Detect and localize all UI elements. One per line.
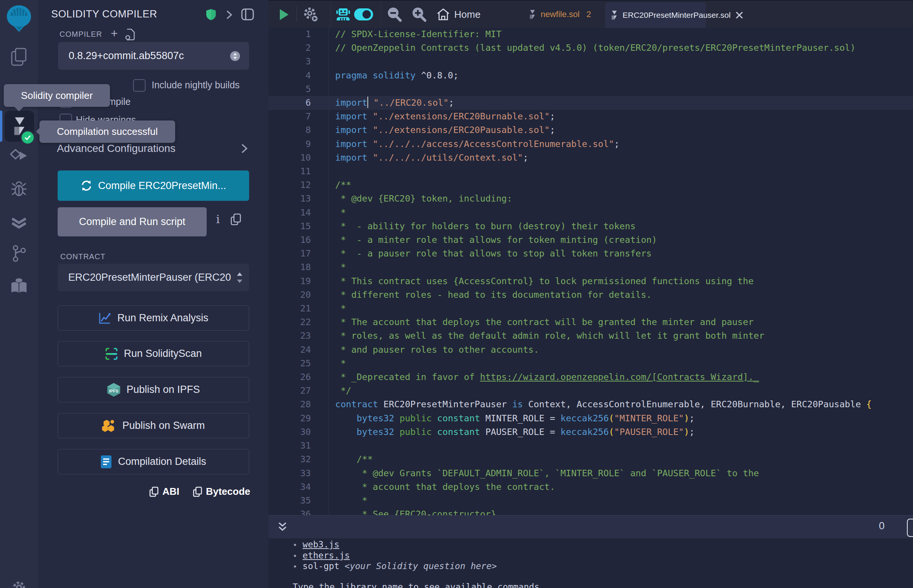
zoom-out-icon[interactable] (387, 1, 403, 28)
expand-chevron-icon[interactable] (241, 143, 248, 154)
line-number-19[interactable]: 19 (269, 274, 311, 288)
remix-logo[interactable] (0, 5, 38, 32)
file-badge-icon[interactable] (125, 28, 136, 41)
copy-icon[interactable] (230, 213, 241, 225)
chevron-right-icon[interactable] (226, 10, 233, 20)
publish-on-swarm-button[interactable]: Publish on Swarm (58, 413, 249, 438)
line-number-25[interactable]: 25 (269, 357, 311, 370)
bullet: • (293, 540, 297, 549)
zoom-in-icon[interactable] (411, 1, 428, 28)
code-line-13: * @dev {ERC20} token, including: (335, 192, 872, 205)
static-analysis-icon[interactable] (0, 215, 38, 230)
line-number-18[interactable]: 18 (269, 260, 311, 274)
line-number-20[interactable]: 20 (269, 288, 311, 302)
close-icon[interactable] (735, 11, 743, 19)
line-number-15[interactable]: 15 (269, 220, 311, 233)
contract-select[interactable]: ERC20PresetMinterPauser (ERC20 (58, 264, 249, 291)
line-number-36[interactable]: 36 (269, 507, 311, 515)
git-icon[interactable] (0, 244, 38, 263)
tab-newfile-badge: 2 (586, 10, 591, 19)
settings-gear-icon[interactable] (0, 580, 38, 588)
code-line-5 (335, 82, 872, 96)
line-number-16[interactable]: 16 (269, 233, 311, 247)
plugin-book-icon[interactable] (0, 278, 38, 294)
copy-bytecode-button[interactable]: Bytecode (193, 486, 250, 498)
abi-label: ABI (162, 486, 179, 498)
line-number-9[interactable]: 9 (269, 137, 311, 151)
deploy-run-icon[interactable] (0, 149, 38, 165)
line-number-5[interactable]: 5 (269, 82, 311, 96)
line-number-3[interactable]: 3 (269, 55, 311, 68)
publish-on-ipfs-button[interactable]: IPFSPublish on IPFS (58, 377, 249, 402)
code-line-25: * (335, 357, 872, 370)
solidity-icon (529, 10, 536, 19)
select-arrows-icon (235, 271, 244, 284)
script-config-gear-icon[interactable] (303, 1, 319, 28)
line-number-27[interactable]: 27 (269, 384, 311, 397)
select-updown-icon (230, 51, 240, 61)
ipfs-icon: IPFS (107, 383, 121, 397)
line-number-31[interactable]: 31 (269, 439, 311, 452)
line-number-21[interactable]: 21 (269, 302, 311, 315)
line-number-8[interactable]: 8 (269, 123, 311, 137)
include-nightly-label: Include nightly builds (152, 79, 240, 90)
line-number-6[interactable]: 6 (269, 96, 311, 110)
line-number-29[interactable]: 29 (269, 412, 311, 425)
line-number-30[interactable]: 30 (269, 425, 311, 439)
debugger-icon[interactable] (0, 181, 38, 197)
line-number-14[interactable]: 14 (269, 206, 311, 220)
add-compiler-icon[interactable]: + (111, 26, 118, 40)
terminal-search-input[interactable] (907, 519, 913, 537)
advanced-configurations-row[interactable]: Advanced Configurations (57, 142, 254, 155)
terminal-line-4: Type the library name to see available c… (293, 582, 545, 588)
line-number-4[interactable]: 4 (269, 69, 311, 82)
line-number-24[interactable]: 24 (269, 343, 311, 357)
compilation-details-button[interactable]: Compilation Details (58, 449, 249, 474)
line-number-32[interactable]: 32 (269, 452, 311, 466)
tab-home-label: Home (454, 9, 481, 21)
line-number-1[interactable]: 1 (269, 27, 311, 41)
line-number-28[interactable]: 28 (269, 397, 311, 411)
terminal-link[interactable]: ethers.js (303, 551, 350, 561)
terminal-link[interactable]: web3.js (303, 540, 339, 549)
line-number-2[interactable]: 2 (269, 41, 311, 55)
run-solidityscan-button[interactable]: Run SolidityScan (58, 341, 249, 367)
ai-copilot-toggle[interactable] (354, 1, 373, 28)
run-remix-analysis-button[interactable]: Run Remix Analysis (58, 305, 249, 331)
code-line-1: // SPDX-License-Identifier: MIT (335, 27, 872, 41)
file-explorer-icon[interactable] (0, 47, 38, 66)
line-number-33[interactable]: 33 (269, 466, 311, 480)
terminal-tx-count-badge[interactable]: 0 (879, 520, 885, 532)
terminal-collapse-icon[interactable] (277, 521, 288, 533)
line-number-12[interactable]: 12 (269, 178, 311, 192)
run-script-play-icon[interactable] (279, 1, 289, 28)
line-number-7[interactable]: 7 (269, 110, 311, 123)
compiler-version-select[interactable]: 0.8.29+commit.ab55807c (58, 42, 249, 70)
code-editor[interactable]: 1234567891011121314151617181920212223242… (269, 27, 913, 515)
line-number-22[interactable]: 22 (269, 315, 311, 329)
compile-button[interactable]: Compile ERC20PresetMin... (58, 171, 249, 201)
tab-erc20presetminterpauser[interactable]: ERC20PresetMinterPauser.sol (605, 2, 706, 28)
include-nightly-checkbox[interactable] (133, 79, 146, 92)
line-number-10[interactable]: 10 (269, 151, 311, 165)
bullet: • (293, 551, 297, 561)
line-number-23[interactable]: 23 (269, 329, 311, 342)
compile-and-run-button[interactable]: Compile and Run script (58, 207, 207, 236)
panel-title: SOLIDITY COMPILER (51, 8, 157, 20)
copy-abi-button[interactable]: ABI (149, 486, 179, 498)
code-line-24: * and pauser roles to other accounts. (335, 343, 872, 357)
svg-text:IPFS: IPFS (109, 389, 118, 393)
line-number-17[interactable]: 17 (269, 247, 311, 260)
info-icon[interactable]: i (216, 213, 220, 226)
line-number-13[interactable]: 13 (269, 192, 311, 205)
line-number-34[interactable]: 34 (269, 480, 311, 494)
line-number-35[interactable]: 35 (269, 494, 311, 507)
code-line-11 (335, 165, 872, 178)
active-plugin-indicator (0, 111, 2, 142)
tab-newfile[interactable]: newfile.sol 2 (529, 1, 591, 28)
line-number-26[interactable]: 26 (269, 370, 311, 384)
tab-home[interactable]: Home (437, 1, 481, 28)
line-number-11[interactable]: 11 (269, 165, 311, 178)
split-panel-icon[interactable] (241, 8, 254, 21)
ai-copilot-robot-icon[interactable] (336, 1, 350, 28)
